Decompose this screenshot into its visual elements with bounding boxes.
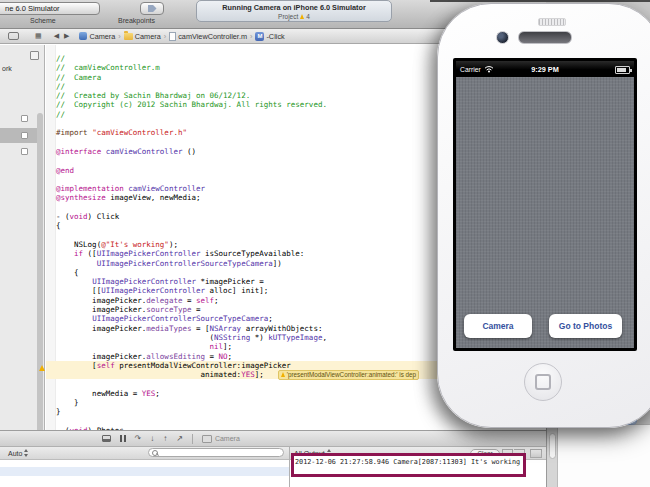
variables-search-input[interactable] [148,448,284,457]
warning-icon [281,372,285,377]
process-name: Camera [215,435,240,442]
activity-status-text: Running Camera on iPhone 6.0 Simulator [197,3,391,12]
related-files-icon[interactable]: ▦ [35,32,42,40]
status-bar: Carrier 9:29 PM [456,61,634,77]
home-button[interactable] [524,363,562,401]
background-window [557,424,650,487]
navigator-scrollbar[interactable] [37,113,43,463]
console-log-text: 2012-12-06 21:27:58.946 Camera[2087:1130… [295,458,520,466]
scheme-caption: Scheme [30,17,56,24]
activity-viewer: Running Camera on iPhone 6.0 Simulator P… [196,0,392,22]
breadcrumb-separator: › [164,32,166,41]
clock-label: 9:29 PM [456,65,634,74]
console-view: All Output Clear 2012-12-06 21:27:58.946… [290,447,546,487]
process-icon [202,435,212,443]
process-jump-item[interactable]: Camera [202,435,240,443]
screenshot-root: ne 6.0 Simulator Scheme Breakpoints Runn… [0,0,650,487]
background-scrollbar-thumb[interactable] [549,433,556,459]
breadcrumb-group[interactable]: Camera [124,32,161,41]
search-icon [152,450,158,456]
warning-icon [300,14,304,19]
breakpoints-caption: Breakpoints [118,17,155,24]
breadcrumb-method-label: -Click [266,32,284,41]
back-icon[interactable]: ◀ [54,32,59,40]
breadcrumb-method[interactable]: M -Click [255,32,284,41]
forward-icon[interactable]: ▶ [64,32,69,40]
camera-button[interactable]: Camera [464,314,532,338]
navigator-toggle-icon[interactable] [30,51,39,60]
navigator-item-fragment: ork [2,65,12,72]
battery-icon [615,66,630,74]
project-icon [79,32,87,40]
console-log-highlight: 2012-12-06 21:27:58.946 Camera[2087:1130… [291,453,526,477]
pause-icon[interactable] [120,435,126,442]
scope-label: Auto [8,450,22,457]
app-background: Camera Go to Photos [456,77,634,348]
warning-count: 4 [306,13,310,20]
scheme-selector[interactable]: ne 6.0 Simulator [0,2,100,15]
background-scrollbar-track [546,428,557,487]
breadcrumb-project-label: Camera [89,32,115,41]
earpiece-icon [518,31,572,44]
breadcrumb-group-label: Camera [135,32,161,41]
location-icon[interactable]: ↗ [176,434,183,443]
debug-bar: ↷ ↓ ↑ ↗ Camera [0,430,546,447]
inline-warning-badge[interactable]: 'presentModalViewController:animated:' i… [278,370,419,380]
folder-icon [124,33,133,40]
home-button-square-icon [535,374,551,390]
simulator-screen: Carrier 9:29 PM Camera Go to Photos [453,58,637,351]
breakpoint-icon [148,5,157,12]
hide-debug-area-icon[interactable] [102,435,111,442]
step-into-icon[interactable]: ↓ [150,434,154,443]
step-out-icon[interactable]: ↑ [163,434,167,443]
navigator-selected-row[interactable] [0,128,37,143]
breadcrumb-project[interactable]: Camera [79,32,115,41]
variables-view: Auto [0,447,290,487]
speaker-grille-icon [538,18,566,26]
breadcrumb-separator: › [250,32,252,41]
file-icon [169,32,176,41]
breakpoint-checkbox[interactable] [21,148,28,155]
scope-popup[interactable]: Auto [8,449,29,457]
project-label: Project [278,13,298,20]
go-to-photos-button[interactable]: Go to Photos [549,314,622,338]
gutter-warning-icon[interactable] [39,357,45,375]
variables-empty-row [0,467,289,476]
breadcrumb-file-label: camViewController.m [178,32,247,41]
console-pane-toggle-icon[interactable] [530,449,542,458]
front-camera-icon [496,31,509,44]
breakpoints-toggle-button[interactable] [140,2,164,15]
method-icon: M [255,32,264,41]
simulator-window-edge [430,0,650,2]
popup-arrows-icon [24,449,29,457]
breakpoint-checkbox[interactable] [21,132,28,139]
step-over-icon[interactable]: ↷ [135,434,142,443]
comments-icon[interactable] [8,32,19,40]
breakpoint-checkbox[interactable] [21,115,28,122]
debug-panes: Auto All Output Clear [0,447,546,487]
divider [192,434,193,444]
iphone-simulator: Carrier 9:29 PM Camera Go to Photos [437,3,650,428]
variables-header: Auto [0,447,289,460]
activity-issues[interactable]: Project 4 [197,13,391,20]
breadcrumb-file[interactable]: camViewController.m [169,32,247,41]
breadcrumb-separator: › [118,32,120,41]
